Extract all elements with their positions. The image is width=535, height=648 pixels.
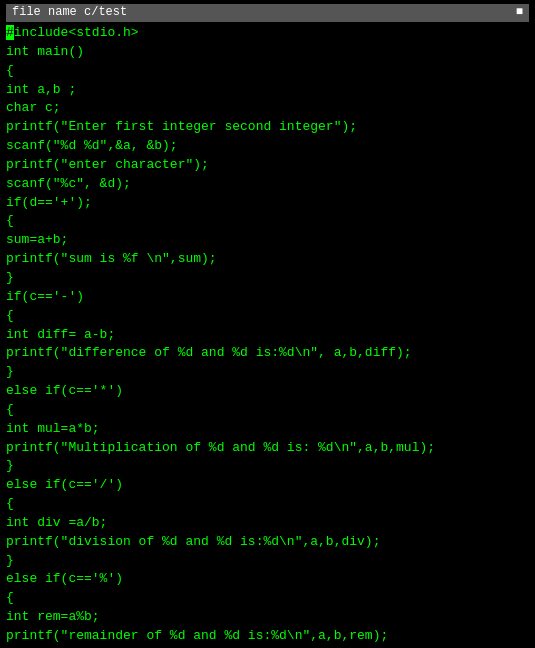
code-line: printf("Enter first integer second integ… [6, 118, 529, 137]
code-line: { [6, 401, 529, 420]
code-line: int a,b ; [6, 81, 529, 100]
code-line: printf("sum is %f \n",sum); [6, 250, 529, 269]
title-bar: file name c/test ■ [6, 4, 529, 22]
code-line: if(d=='+'); [6, 194, 529, 213]
code-line: { [6, 589, 529, 608]
code-line: else if(c=='%') [6, 570, 529, 589]
code-line: } [6, 457, 529, 476]
code-line: printf("enter character"); [6, 156, 529, 175]
code-line: char c; [6, 99, 529, 118]
code-line: } [6, 552, 529, 571]
code-line: } [6, 363, 529, 382]
code-line: printf("Multiplication of %d and %d is: … [6, 439, 529, 458]
code-line: printf("remainder of %d and %d is:%d\n",… [6, 627, 529, 646]
code-line: { [6, 495, 529, 514]
file-title: file name c/test [12, 4, 127, 21]
code-line: { [6, 212, 529, 231]
code-line: #include<stdio.h> [6, 24, 529, 43]
code-line: { [6, 62, 529, 81]
code-line: printf("difference of %d and %d is:%d\n"… [6, 344, 529, 363]
code-line: printf("division of %d and %d is:%d\n",a… [6, 533, 529, 552]
code-line: else if(c=='*') [6, 382, 529, 401]
window-controls[interactable]: ■ [516, 4, 523, 21]
code-line: } [6, 269, 529, 288]
code-line: int rem=a%b; [6, 608, 529, 627]
code-line: sum=a+b; [6, 231, 529, 250]
code-line: else if(c=='/') [6, 476, 529, 495]
code-line: scanf("%c", &d); [6, 175, 529, 194]
code-line: { [6, 307, 529, 326]
code-line: if(c=='-') [6, 288, 529, 307]
code-line: int diff= a-b; [6, 326, 529, 345]
code-editor: file name c/test ■ #include<stdio.h>int … [0, 0, 535, 648]
code-content: #include<stdio.h>int main(){int a,b ;cha… [6, 24, 529, 648]
code-line: int main() [6, 43, 529, 62]
code-line: int mul=a*b; [6, 420, 529, 439]
code-line: scanf("%d %d",&a, &b); [6, 137, 529, 156]
code-line: int div =a/b; [6, 514, 529, 533]
